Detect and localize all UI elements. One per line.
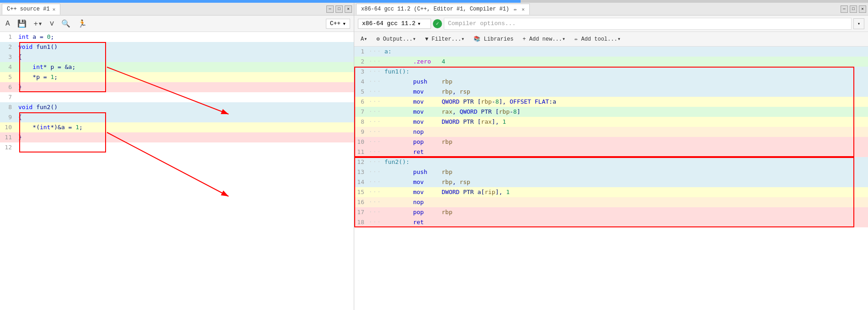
asm-content: nop bbox=[383, 197, 868, 207]
asm-content: mov DWORD PTR a[rip], 1 bbox=[383, 187, 868, 197]
asm-content: mov DWORD PTR [rax], 1 bbox=[383, 117, 868, 127]
line-number: 11 bbox=[0, 132, 16, 142]
right-panel: x86-64 gcc 11.2 (C++, Editor #1, Compile… bbox=[354, 3, 868, 310]
asm-line-number: 4 bbox=[354, 77, 369, 87]
compiler-name: x86-64 gcc 11.2 bbox=[362, 20, 415, 27]
add-new-btn[interactable]: + Add new...▾ bbox=[520, 35, 568, 43]
line-content: void fun2() bbox=[16, 102, 354, 112]
right-panel-controls: ─ □ ✕ bbox=[841, 5, 866, 13]
asm-line-number: 1 bbox=[354, 47, 369, 57]
code-row: 4 int* p = &a; bbox=[0, 62, 354, 72]
asm-row: 15··· mov DWORD PTR a[rip], 1 bbox=[354, 187, 868, 197]
search-btn[interactable]: 🔍 bbox=[59, 18, 72, 29]
asm-content: mov QWORD PTR [rbp-8], OFFSET FLAT:a bbox=[383, 97, 868, 107]
asm-line-number: 9 bbox=[354, 127, 369, 137]
line-number: 4 bbox=[0, 62, 16, 72]
left-tab-bar: C++ source #1 ✕ ─ □ ✕ bbox=[0, 3, 354, 16]
line-content: int* p = &a; bbox=[16, 62, 354, 72]
code-row: 11} bbox=[0, 132, 354, 142]
line-number: 3 bbox=[0, 52, 16, 62]
left-tab[interactable]: C++ source #1 ✕ bbox=[2, 4, 60, 15]
run-btn[interactable]: 🏃 bbox=[76, 18, 89, 29]
add-tool-btn[interactable]: ✏ Add tool...▾ bbox=[572, 35, 623, 43]
line-number: 1 bbox=[0, 32, 16, 42]
r-close-btn[interactable]: ✕ bbox=[859, 5, 866, 13]
line-content: } bbox=[16, 132, 354, 142]
right-tab-label: x86-64 gcc 11.2 (C++, Editor #1, Compile… bbox=[361, 6, 509, 12]
code-row: 3{ bbox=[0, 52, 354, 62]
asm-content: push rbp bbox=[383, 167, 868, 177]
code-row: 10 *(int*)&a = 1; bbox=[0, 122, 354, 132]
minimize-btn[interactable]: ─ bbox=[326, 5, 334, 13]
line-number: 2 bbox=[0, 42, 16, 52]
asm-line-number: 10 bbox=[354, 137, 369, 147]
font-btn[interactable]: A bbox=[4, 19, 12, 29]
filter-btn[interactable]: ▼ Filter...▾ bbox=[422, 35, 467, 43]
left-panel: C++ source #1 ✕ ─ □ ✕ A 💾 +▾ v 🔍 🏃 bbox=[0, 3, 354, 310]
asm-line-number: 18 bbox=[354, 217, 369, 227]
asm-row: 6··· mov QWORD PTR [rbp-8], OFFSET FLAT:… bbox=[354, 97, 868, 107]
r-minimize-btn[interactable]: ─ bbox=[841, 5, 848, 13]
font-size-btn[interactable]: A▾ bbox=[358, 35, 370, 43]
asm-content: mov rax, QWORD PTR [rbp-8] bbox=[383, 107, 868, 117]
code-area[interactable]: 1int a = 0;2void fun1()3{4 int* p = &a;5… bbox=[0, 32, 354, 310]
line-number: 10 bbox=[0, 122, 16, 132]
add-btn[interactable]: +▾ bbox=[32, 18, 44, 29]
compiler-toolbar: x86-64 gcc 11.2 ▾ ✓ Compiler options... … bbox=[354, 16, 868, 32]
asm-row: 4··· push rbp bbox=[354, 77, 868, 87]
compile-status: ✓ bbox=[433, 19, 442, 28]
line-content: *p = 1; bbox=[16, 72, 354, 82]
line-number: 8 bbox=[0, 102, 16, 112]
compiler-options[interactable]: Compiler options... bbox=[444, 18, 852, 30]
asm-row: 3···fun1(): bbox=[354, 67, 868, 77]
left-panel-controls: ─ □ ✕ bbox=[326, 5, 352, 13]
code-row: 9{ bbox=[0, 112, 354, 122]
code-row: 5 *p = 1; bbox=[0, 72, 354, 82]
left-tab-label: C++ source #1 bbox=[7, 6, 50, 12]
asm-content: mov rbp, rsp bbox=[383, 177, 868, 187]
output-btn[interactable]: ⚙ Output...▾ bbox=[373, 35, 418, 43]
asm-line-number: 6 bbox=[354, 97, 369, 107]
line-number: 7 bbox=[0, 92, 16, 102]
code-row: 8void fun2() bbox=[0, 102, 354, 112]
asm-row: 16··· nop bbox=[354, 197, 868, 207]
right-tab[interactable]: x86-64 gcc 11.2 (C++, Editor #1, Compile… bbox=[356, 4, 530, 15]
lang-chevron: ▾ bbox=[342, 20, 346, 27]
code-row: 6} bbox=[0, 82, 354, 92]
asm-line-number: 7 bbox=[354, 107, 369, 117]
asm-area[interactable]: 1···a:2··· .zero 43···fun1():4··· push r… bbox=[354, 47, 868, 310]
compiler-chevron: ▾ bbox=[417, 20, 421, 27]
code-row: 12 bbox=[0, 142, 354, 152]
asm-content: pop rbp bbox=[383, 207, 868, 217]
asm-toolbar: A▾ ⚙ Output...▾ ▼ Filter...▾ 📚 Libraries… bbox=[354, 32, 868, 47]
asm-line-number: 2 bbox=[354, 57, 369, 67]
asm-lines: 1···a:2··· .zero 43···fun1():4··· push r… bbox=[354, 47, 868, 227]
libraries-btn[interactable]: 📚 Libraries bbox=[471, 35, 516, 43]
app-container: C++ source #1 ✕ ─ □ ✕ A 💾 +▾ v 🔍 🏃 bbox=[0, 0, 868, 310]
language-selector[interactable]: C++ ▾ bbox=[326, 19, 350, 29]
options-expand[interactable]: ▾ bbox=[853, 18, 864, 29]
asm-line-number: 17 bbox=[354, 207, 369, 217]
asm-row: 17··· pop rbp bbox=[354, 207, 868, 217]
asm-line-number: 12 bbox=[354, 157, 369, 167]
line-content: { bbox=[16, 52, 354, 62]
version-btn[interactable]: v bbox=[48, 19, 56, 29]
left-tab-close[interactable]: ✕ bbox=[53, 6, 56, 12]
line-content: { bbox=[16, 112, 354, 122]
line-content: int a = 0; bbox=[16, 32, 354, 42]
asm-line-number: 3 bbox=[354, 67, 369, 77]
right-tab-close[interactable]: ✕ bbox=[522, 6, 525, 12]
save-btn[interactable]: 💾 bbox=[16, 18, 28, 29]
asm-content: ret bbox=[383, 217, 868, 227]
asm-row: 11··· ret bbox=[354, 147, 868, 157]
r-maximize-btn[interactable]: □ bbox=[850, 5, 857, 13]
line-content: } bbox=[16, 82, 354, 92]
compiler-selector[interactable]: x86-64 gcc 11.2 ▾ bbox=[358, 19, 431, 29]
maximize-btn[interactable]: □ bbox=[335, 5, 343, 13]
asm-content: fun2(): bbox=[383, 157, 868, 167]
asm-row: 5··· mov rbp, rsp bbox=[354, 87, 868, 97]
asm-row: 1···a: bbox=[354, 47, 868, 57]
close-btn[interactable]: ✕ bbox=[345, 5, 352, 13]
asm-content: fun1(): bbox=[383, 67, 868, 77]
edit-icon[interactable]: ✏ bbox=[512, 5, 519, 14]
